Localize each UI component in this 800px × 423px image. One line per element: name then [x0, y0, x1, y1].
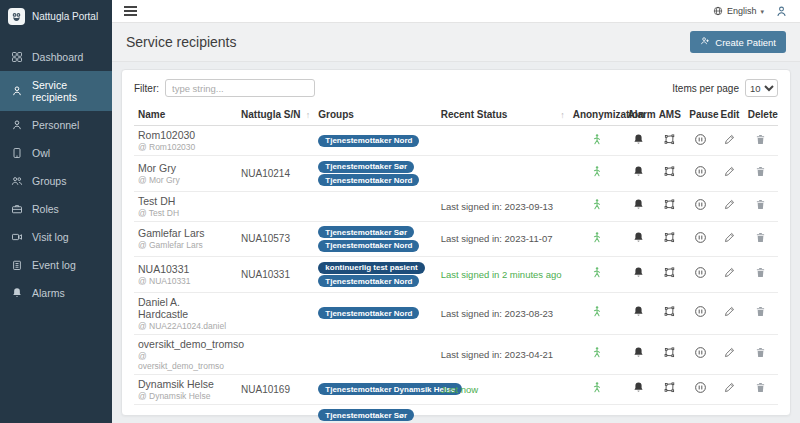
pause-button[interactable] [694, 133, 707, 146]
globe-icon [713, 6, 723, 16]
edit-button[interactable] [723, 381, 736, 394]
owl-logo-icon [8, 8, 25, 25]
alarm-button[interactable] [632, 231, 645, 244]
ams-icon [663, 381, 676, 394]
alarm-button[interactable] [632, 198, 645, 211]
delete-button[interactable] [754, 381, 767, 394]
ams-button[interactable] [663, 231, 676, 244]
recent-status-cell: Last signed in: 2023-11-07 [437, 221, 569, 257]
edit-icon [723, 198, 736, 211]
anonymization-icon [590, 133, 603, 146]
sidebar-item-event-log[interactable]: Event log [0, 251, 112, 279]
person-icon [11, 85, 23, 97]
anonymization-button[interactable] [590, 305, 603, 318]
anonymization-button[interactable] [590, 346, 603, 359]
pause-button[interactable] [694, 266, 707, 279]
dashboard-icon [11, 51, 23, 63]
sidebar-item-personnel[interactable]: Personnel [0, 111, 112, 139]
edit-button[interactable] [723, 165, 736, 178]
ams-button[interactable] [663, 305, 676, 318]
sidebar-item-roles[interactable]: Roles [0, 195, 112, 223]
edit-button[interactable] [723, 231, 736, 244]
edit-button[interactable] [723, 346, 736, 359]
anonymization-button[interactable] [590, 165, 603, 178]
delete-button[interactable] [754, 231, 767, 244]
sidebar-item-label: Personnel [32, 119, 79, 131]
pause-button[interactable] [694, 381, 707, 394]
pause-icon [694, 133, 707, 146]
group-badge: Tjenestemottaker Nord [318, 135, 419, 147]
anonymization-button[interactable] [590, 198, 603, 211]
sidebar-item-service-recipients[interactable]: Service recipients [0, 71, 112, 111]
edit-icon [723, 133, 736, 146]
delete-button[interactable] [754, 165, 767, 178]
delete-icon [754, 165, 767, 178]
app-logo[interactable]: Nattugla Portal [0, 0, 112, 31]
anonymization-cell [569, 126, 624, 156]
ams-button[interactable] [663, 346, 676, 359]
delete-button[interactable] [754, 198, 767, 211]
alarm-button[interactable] [632, 165, 645, 178]
edit-button[interactable] [723, 198, 736, 211]
anonymization-button[interactable] [590, 381, 603, 394]
ams-button[interactable] [663, 165, 676, 178]
edit-cell [716, 126, 744, 156]
edit-button[interactable] [723, 266, 736, 279]
ams-button[interactable] [663, 266, 676, 279]
ams-button[interactable] [663, 133, 676, 146]
sidebar-item-label: Event log [32, 259, 76, 271]
anonymization-button[interactable] [590, 231, 603, 244]
sidebar-item-dashboard[interactable]: Dashboard [0, 43, 112, 71]
recipient-name-cell: Kalles Sykerom@ kalle [134, 404, 237, 423]
table-row: Test DH@ Test DHLast signed in: 2023-09-… [134, 191, 778, 221]
alarm-button[interactable] [632, 346, 645, 359]
recent-status-cell: Last signed in: 2023-04-21 [437, 334, 569, 374]
alarm-icon [632, 133, 645, 146]
delete-button[interactable] [754, 266, 767, 279]
delete-button[interactable] [754, 133, 767, 146]
ams-button[interactable] [663, 198, 676, 211]
alarm-button[interactable] [632, 381, 645, 394]
alarm-button[interactable] [632, 305, 645, 318]
ams-button[interactable] [663, 381, 676, 394]
column-header-groups[interactable]: Groups [314, 104, 436, 126]
anonymization-button[interactable] [590, 133, 603, 146]
sort-up-icon[interactable] [560, 109, 565, 120]
pause-button[interactable] [694, 198, 707, 211]
alarm-button[interactable] [632, 133, 645, 146]
pause-cell [685, 334, 716, 374]
serial-number-cell: NUA10214 [237, 156, 314, 192]
ams-icon [663, 198, 676, 211]
sidebar-item-groups[interactable]: Groups [0, 167, 112, 195]
sidebar-item-alarms[interactable]: Alarms [0, 279, 112, 307]
content-area: Filter: Items per page 10 [112, 62, 800, 423]
pause-button[interactable] [694, 305, 707, 318]
sort-up-icon[interactable] [306, 109, 311, 120]
filter-input[interactable] [165, 79, 315, 97]
delete-button[interactable] [754, 305, 767, 318]
pause-button[interactable] [694, 165, 707, 178]
alarm-icon [632, 231, 645, 244]
sidebar-item-label: Groups [32, 175, 66, 187]
items-per-page-select[interactable]: 10 [745, 79, 778, 97]
column-header-status[interactable]: Recent Status [437, 104, 569, 126]
sidebar-item-visit-log[interactable]: Visit log [0, 223, 112, 251]
table-row: Gamlefar Lars@ Gamlefar LarsNUA10573Tjen… [134, 221, 778, 257]
anonymization-button[interactable] [590, 266, 603, 279]
create-patient-button[interactable]: Create Patient [690, 31, 786, 53]
delete-button[interactable] [754, 346, 767, 359]
table-row: NUA10331@ NUA10331NUA10331kontinuerlig t… [134, 257, 778, 293]
hamburger-menu-icon[interactable] [124, 4, 137, 19]
user-account-button[interactable] [775, 5, 788, 18]
alarm-button[interactable] [632, 266, 645, 279]
edit-button[interactable] [723, 305, 736, 318]
column-header-sn[interactable]: Nattugla S/N [237, 104, 314, 126]
language-selector[interactable]: English [713, 6, 764, 16]
sidebar-item-owl[interactable]: Owl [0, 139, 112, 167]
sidebar-item-label: Roles [32, 203, 59, 215]
edit-button[interactable] [723, 133, 736, 146]
pause-button[interactable] [694, 231, 707, 244]
edit-cell [716, 221, 744, 257]
column-header-name[interactable]: Name [134, 104, 237, 126]
pause-button[interactable] [694, 346, 707, 359]
